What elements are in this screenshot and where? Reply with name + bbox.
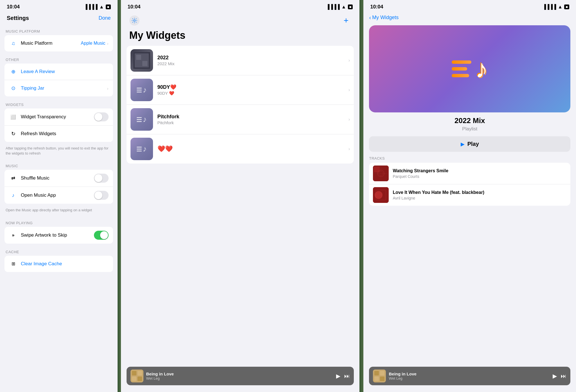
back-navigation[interactable]: ‹ My Widgets [363, 12, 576, 22]
music-note-icon-hearts: ♪ [143, 144, 147, 153]
widget-detail-subtitle: Playlist [363, 126, 576, 132]
swipe-artwork-row[interactable]: » Swipe Artwork to Skip [4, 227, 113, 244]
widget-chevron-90dy: › [348, 87, 350, 93]
play-button-label: Play [467, 141, 479, 147]
done-button[interactable]: Done [98, 15, 111, 21]
tipping-jar-icon: ⊙ [9, 84, 17, 92]
open-music-row[interactable]: ♪ Open Music App [4, 187, 113, 204]
widget-sub-pitchfork: Pitchfork [158, 120, 348, 125]
svg-rect-23 [380, 371, 384, 375]
widget-thumb-pitchfork: ♪ [130, 108, 153, 131]
widget-info-2022: 2022 2022 Mix [158, 55, 348, 66]
track-art-parquet [373, 166, 389, 181]
track-name-1: Watching Strangers Smile [393, 168, 566, 174]
status-time-1: 10:04 [7, 4, 20, 10]
back-chevron-icon: ‹ [369, 14, 371, 21]
status-bar-1: 10:04 ▐▐▐▐ ▲ ■ [0, 0, 118, 12]
open-music-toggle[interactable] [94, 191, 109, 200]
open-music-icon: ♪ [9, 191, 17, 200]
music-platform-chevron: › [107, 41, 109, 46]
widget-sub-90dy: 90DY ❤️ [158, 91, 348, 96]
play-button-3[interactable]: ▶ [553, 373, 557, 379]
music-platform-row[interactable]: ♫ Music Platform Apple Music › [4, 35, 113, 51]
widget-preview-card: ♪ [369, 25, 570, 112]
skip-button-2[interactable]: ⏭ [344, 373, 350, 379]
widget-chevron-hearts: › [348, 146, 350, 152]
album-art-2022 [133, 52, 150, 69]
transparency-label: Widget Transparency [21, 114, 94, 120]
settings-header: Settings Done [0, 12, 118, 25]
cache-icon: ⊞ [9, 260, 17, 268]
settings-screen: 10:04 ▐▐▐▐ ▲ ■ Settings Done MUSIC PLATF… [0, 0, 118, 392]
now-playing-info-2: Being in Love Wet Leg [146, 371, 334, 380]
signal-icon-2: ▐▐▐▐ [326, 4, 340, 10]
clear-cache-row[interactable]: ⊞ Clear Image Cache [4, 256, 113, 272]
svg-rect-8 [138, 371, 142, 375]
widgets-top-nav: + [121, 12, 360, 28]
swipe-toggle[interactable] [94, 231, 109, 240]
section-label-cache: CACHE [0, 246, 118, 256]
widgets-note: After tapping the refresh button, you wi… [0, 144, 118, 160]
shuffle-music-row[interactable]: ⇄ Shuffle Music [4, 170, 113, 187]
widget-row-2022[interactable]: 2022 2022 Mix › [127, 46, 354, 75]
widget-name-90dy: 90DY❤️ [158, 84, 348, 90]
track-row-1[interactable]: Watching Strangers Smile Parquet Courts [369, 163, 570, 184]
play-button-2[interactable]: ▶ [336, 373, 340, 379]
leave-review-row[interactable]: ⊕ Leave A Review [4, 64, 113, 80]
shuffle-toggle[interactable] [94, 174, 109, 183]
now-playing-controls-2: ▶ ⏭ [336, 373, 350, 379]
now-playing-bar-2[interactable]: Being in Love Wet Leg ▶ ⏭ [127, 367, 354, 385]
widget-thumb-hearts: ♪ [130, 138, 153, 160]
now-playing-bar-3[interactable]: Being in Love Wet Leg ▶ ⏭ [369, 367, 570, 385]
play-button-detail[interactable]: ▶ Play [369, 136, 570, 152]
widget-chevron-2022: › [348, 58, 350, 63]
wifi-icon-2: ▲ [341, 4, 346, 10]
now-playing-artist-3: Wet Leg [389, 376, 550, 380]
svg-rect-12 [374, 167, 380, 172]
widget-transparency-row[interactable]: ⬜ Widget Transparency [4, 108, 113, 126]
svg-rect-2 [136, 55, 141, 60]
widget-row-90dy[interactable]: ♪ 90DY❤️ 90DY ❤️ › [127, 75, 354, 105]
track-info-2: Love It When You Hate Me (feat. blackbea… [393, 190, 566, 201]
svg-rect-3 [142, 55, 147, 60]
music-lines-icon-pitchfork [137, 117, 142, 122]
widget-row-pitchfork[interactable]: ♪ Pitchfork Pitchfork › [127, 105, 354, 134]
now-playing-title-3: Being in Love [389, 371, 550, 376]
other-card: ⊕ Leave A Review ⊙ Tipping Jar › [4, 64, 113, 96]
shuffle-label: Shuffle Music [21, 175, 94, 181]
svg-rect-24 [374, 377, 379, 381]
music-note-icon-pitchfork: ♪ [143, 115, 147, 124]
widget-info-90dy: 90DY❤️ 90DY ❤️ [158, 84, 348, 96]
apple-music-value: Apple Music [81, 41, 105, 46]
skip-button-3[interactable]: ⏭ [561, 373, 566, 379]
widget-name-pitchfork: Pitchfork [158, 114, 348, 120]
music-lines-icon-90dy [137, 88, 142, 92]
widget-row-hearts[interactable]: ♪ ❤️❤️ › [127, 134, 354, 164]
refresh-label: Refresh Widgets [21, 131, 109, 137]
svg-rect-22 [374, 371, 379, 375]
tipping-jar-row[interactable]: ⊙ Tipping Jar › [4, 80, 113, 96]
add-widget-button[interactable]: + [341, 15, 351, 26]
widget-thumb-90dy: ♪ [130, 79, 153, 101]
widget-thumb-2022 [130, 49, 153, 72]
music-lines-icon-hearts [137, 147, 142, 151]
music-platform-label: Music Platform [21, 40, 81, 46]
clear-cache-label: Clear Image Cache [21, 261, 109, 267]
widget-name-hearts: ❤️❤️ [158, 145, 348, 153]
refresh-icon: ↻ [9, 130, 17, 138]
wifi-icon-3: ▲ [558, 4, 562, 10]
svg-rect-25 [380, 377, 384, 381]
refresh-widgets-row[interactable]: ↻ Refresh Widgets [4, 126, 113, 142]
gear-button[interactable] [129, 15, 140, 26]
now-playing-controls-3: ▶ ⏭ [553, 373, 566, 379]
swipe-label: Swipe Artwork to Skip [21, 232, 94, 238]
widget-detail-title: 2022 Mix [363, 116, 576, 125]
transparency-toggle[interactable] [94, 112, 109, 121]
track-row-2[interactable]: Love It When You Hate Me (feat. blackbea… [369, 184, 570, 206]
music-card: ⇄ Shuffle Music ♪ Open Music App [4, 170, 113, 204]
now-playing-art-2 [130, 370, 143, 382]
preview-lines-group [452, 60, 471, 77]
transparency-icon: ⬜ [9, 113, 17, 121]
battery-icon-2: ■ [348, 4, 353, 9]
status-icons-1: ▐▐▐▐ ▲ ■ [84, 4, 111, 10]
